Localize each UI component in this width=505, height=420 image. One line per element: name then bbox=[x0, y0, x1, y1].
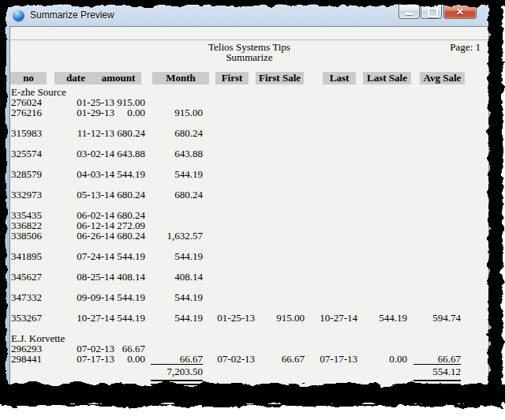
cell-no: 332973 bbox=[10, 189, 51, 200]
table-row: 34562708-25-14408.14408.14 bbox=[10, 272, 464, 282]
cell-first_sale bbox=[255, 231, 305, 241]
table-row: 32557403-02-14643.88643.88 bbox=[10, 148, 464, 159]
cell-last bbox=[305, 364, 357, 385]
month-total-value: 7,203.50 bbox=[151, 364, 203, 377]
cell-last_sale bbox=[357, 251, 407, 261]
maximize-button[interactable] bbox=[421, 5, 442, 19]
close-button[interactable]: ✕ bbox=[443, 5, 477, 19]
cell-last bbox=[305, 292, 357, 302]
cell-first bbox=[203, 231, 255, 241]
column-header-last: Last bbox=[323, 72, 356, 84]
cell-last bbox=[305, 251, 357, 261]
column-header-avg-sale: Avg Sale bbox=[420, 72, 465, 84]
cell-last_sale bbox=[357, 169, 407, 179]
cell-avg_sale bbox=[407, 189, 461, 200]
cell-last_sale bbox=[357, 231, 407, 241]
torn-edge-right bbox=[488, 0, 503, 396]
cell-avg_sale bbox=[407, 97, 461, 107]
report-page: Telios Systems Tips Summarize Page: 1 no… bbox=[10, 27, 488, 404]
close-icon: ✕ bbox=[444, 6, 476, 17]
cell-avg_sale bbox=[407, 210, 461, 220]
cell-last_sale bbox=[357, 148, 407, 159]
cell-last_sale bbox=[357, 189, 407, 200]
cell-month: 66.67 bbox=[145, 354, 203, 364]
table-row: 34733209-09-14544.19544.19 bbox=[10, 292, 464, 302]
cell-avg_sale bbox=[407, 251, 461, 261]
cell-first: 07-02-13 bbox=[203, 354, 255, 364]
cell-no: 325574 bbox=[10, 148, 51, 159]
cell-amount: 643.88 bbox=[114, 148, 145, 159]
cell-date bbox=[51, 364, 114, 385]
cell-avg_sale: 66.67 bbox=[407, 354, 461, 364]
column-header-no: no bbox=[10, 72, 47, 84]
table-row: 35326710-27-14544.19544.1901-25-13915.00… bbox=[10, 313, 464, 323]
blank-row bbox=[10, 323, 464, 333]
cell-first_sale bbox=[255, 189, 305, 200]
cell-avg_sale bbox=[407, 128, 461, 138]
cell-last bbox=[305, 231, 357, 241]
cell-date: 09-09-14 bbox=[51, 292, 114, 302]
cell-first bbox=[203, 189, 255, 200]
table-row: 34189507-24-14544.19544.19 bbox=[10, 251, 464, 261]
minimize-button[interactable] bbox=[398, 5, 420, 19]
cell-last_sale bbox=[357, 220, 407, 231]
report-subtitle: Summarize bbox=[10, 52, 488, 62]
cell-first bbox=[203, 364, 255, 385]
table-row: 29844107-17-130.0066.6707-02-1366.6707-1… bbox=[10, 354, 464, 364]
minimize-icon bbox=[406, 13, 413, 15]
cell-first bbox=[203, 148, 255, 159]
cell-last bbox=[305, 97, 357, 107]
cell-date: 05-13-14 bbox=[51, 189, 114, 200]
cell-month bbox=[145, 210, 203, 220]
cell-last: 07-17-13 bbox=[305, 354, 357, 364]
cell-last_sale: 0.00 bbox=[357, 354, 407, 364]
summarize-preview-window: Summarize Preview ✕ Telios Systems Tips … bbox=[5, 4, 494, 404]
column-header-date: date bbox=[54, 72, 97, 84]
cell-first-sale bbox=[255, 364, 305, 385]
report-rows: E-zhe Source27602401-25-13915.0027621601… bbox=[10, 87, 464, 385]
cell-no: 328579 bbox=[10, 169, 51, 179]
cell-last bbox=[305, 148, 357, 159]
cell-first_sale bbox=[255, 220, 305, 231]
title-bar[interactable]: Summarize Preview ✕ bbox=[6, 5, 493, 26]
cell-avg_sale bbox=[407, 169, 461, 179]
cell-amount: 0.00 bbox=[114, 107, 145, 118]
cell-date: 07-17-13 bbox=[51, 354, 114, 364]
cell-first_sale bbox=[255, 128, 305, 138]
torn-edge-left bbox=[0, 0, 6, 396]
cell-last bbox=[305, 189, 357, 200]
cell-amount: 544.19 bbox=[114, 292, 145, 302]
cell-date: 07-24-14 bbox=[51, 251, 114, 261]
cell-amount: 680.24 bbox=[114, 189, 145, 200]
cell-date: 03-02-14 bbox=[51, 148, 114, 159]
avg-sale-total-value: 554.12 bbox=[413, 364, 461, 377]
cell-month-total: 7,203.50 bbox=[145, 364, 203, 385]
cell-no: 315983 bbox=[10, 128, 51, 138]
cell-first bbox=[203, 97, 255, 107]
torn-edge-bottom bbox=[0, 384, 505, 405]
cell-avg_sale bbox=[407, 220, 461, 231]
cell-date: 01-29-13 bbox=[51, 107, 114, 118]
cell-first_sale bbox=[255, 148, 305, 159]
cell-first bbox=[203, 272, 255, 282]
cell-first bbox=[203, 210, 255, 220]
cell-last_sale bbox=[357, 128, 407, 138]
cell-month: 544.19 bbox=[145, 292, 203, 302]
table-row: 32857904-03-14544.19544.19 bbox=[10, 169, 464, 179]
cell-avg_sale bbox=[407, 231, 461, 241]
app-sphere-icon[interactable] bbox=[13, 9, 24, 21]
cell-first_sale bbox=[255, 97, 305, 107]
cell-first bbox=[203, 169, 255, 179]
cell-avg_sale: 594.74 bbox=[407, 313, 461, 323]
cell-no bbox=[10, 364, 51, 385]
cell-first_sale: 66.67 bbox=[255, 354, 305, 364]
column-header-month: Month bbox=[152, 72, 209, 84]
cell-first_sale bbox=[255, 292, 305, 302]
cell-last_sale bbox=[357, 97, 407, 107]
cell-last_sale bbox=[357, 107, 407, 118]
table-row: 27621601-29-130.00915.00 bbox=[10, 107, 464, 118]
cell-last: 10-27-14 bbox=[305, 313, 357, 323]
cell-last-sale bbox=[357, 364, 407, 385]
torn-edge-top bbox=[0, 0, 505, 6]
table-row: 31598311-12-13680.24680.24 bbox=[10, 128, 464, 138]
